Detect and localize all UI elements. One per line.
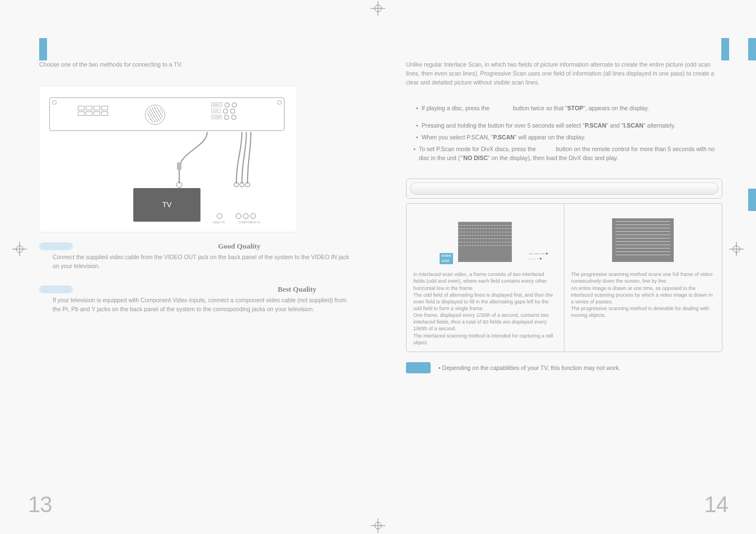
progressive-desc: The progressive scanning method scans on…	[571, 271, 716, 318]
tv-icon: TV	[133, 188, 200, 222]
section-tab-icon	[39, 38, 47, 60]
fan-icon	[145, 105, 165, 125]
method-pill-icon	[39, 285, 73, 293]
page-left: Choose one of the two methods for connec…	[0, 0, 378, 534]
side-tab-icon	[748, 38, 756, 60]
method-pill-icon	[39, 242, 73, 250]
step1-b: button twice so that "	[513, 105, 567, 111]
note-badge-icon	[406, 362, 431, 373]
method-2: Best Quality If your television is equip…	[39, 285, 350, 314]
right-intro: Unlike regular Interlace Scan, in which …	[406, 60, 722, 87]
method1-text: Connect the supplied video cable from th…	[39, 253, 350, 271]
interlaced-column: even odd — — — ▸- - - - ▸ In interlaced-…	[407, 204, 564, 352]
method1-quality: Good Quality	[218, 242, 261, 251]
scan-compare-table: even odd — — — ▸- - - - ▸ In interlaced-…	[406, 203, 722, 352]
step1-c: ", appears on the display.	[583, 105, 648, 111]
page-spread: Choose one of the two methods for connec…	[0, 0, 756, 534]
tv-port-video-label: VIDEO IN	[213, 221, 225, 224]
cable-path-icon	[39, 130, 297, 191]
method2-text: If your television is equipped with Comp…	[39, 296, 350, 314]
callout-box	[406, 179, 722, 199]
interlaced-diagram-icon: even odd — — — ▸- - - - ▸	[443, 219, 527, 262]
connection-diagram: VIDEO AUX COMP TV	[39, 86, 297, 232]
callout-pill-icon	[410, 182, 718, 195]
tv-label: TV	[162, 200, 172, 209]
output-ports: VIDEO AUX COMP	[211, 102, 262, 127]
step1-a: If playing a disc, press the	[422, 105, 489, 111]
step1-bold: STOP	[567, 105, 583, 111]
page-number-right: 14	[704, 492, 729, 517]
page-number-left: 13	[28, 492, 52, 517]
speaker-terminal-icon	[78, 106, 111, 123]
interlaced-desc: In interlaced-scan video, a frame consis…	[413, 271, 557, 346]
tv-input-ports: VIDEO IN COMPONENT IN	[203, 213, 270, 224]
even-odd-tag: even odd	[440, 253, 452, 264]
method-1: Good Quality Connect the supplied video …	[39, 242, 350, 271]
side-tab-icon	[748, 189, 756, 211]
arrow-icon: — — — ▸- - - - ▸	[529, 251, 549, 261]
progressive-diagram-icon	[612, 218, 674, 262]
bullet-3: • To set P.Scan mode for DivX discs, pre…	[406, 144, 722, 163]
receiver-rear-panel: VIDEO AUX COMP	[49, 97, 284, 131]
bullet-2: • When you select P.SCAN, "P.SCAN" will …	[406, 133, 722, 142]
step-1: • If playing a disc, press the button tw…	[406, 104, 722, 113]
method2-quality: Best Quality	[278, 285, 316, 294]
left-intro: Choose one of the two methods for connec…	[39, 60, 350, 69]
section-tab-icon	[721, 38, 729, 60]
bullet-list: • Pressing and holding the button for ov…	[406, 121, 722, 163]
progressive-column: The progressive scanning method scans on…	[564, 204, 722, 352]
note-row: • Depending on the capabilities of your …	[406, 362, 722, 373]
tv-port-component-label: COMPONENT IN	[239, 221, 260, 224]
note-text: Depending on the capabilities of your TV…	[442, 364, 620, 371]
steps-list: • If playing a disc, press the button tw…	[406, 104, 722, 113]
svg-rect-12	[177, 162, 181, 170]
bullet-1: • Pressing and holding the button for ov…	[406, 121, 722, 130]
page-right: Unlike regular Interlace Scan, in which …	[378, 0, 756, 534]
